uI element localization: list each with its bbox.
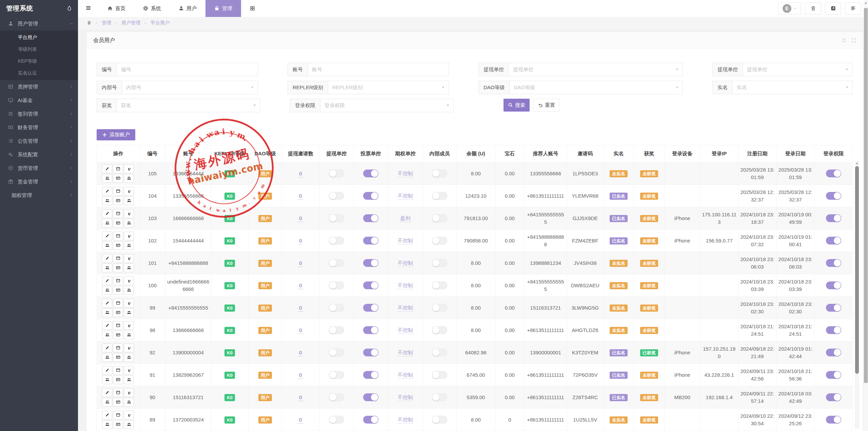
internal-toggle[interactable] <box>432 349 447 356</box>
team-button[interactable] <box>102 241 112 250</box>
invites-link[interactable]: 0 <box>298 372 303 379</box>
add-account-button[interactable]: 添加账户 <box>97 129 135 140</box>
vote-toggle[interactable] <box>363 349 378 356</box>
invites-link[interactable]: 0 <box>298 350 303 356</box>
card-button[interactable] <box>113 331 123 339</box>
sidebar-subitem-0-3[interactable]: 实名认证 <box>0 67 78 79</box>
card-button[interactable] <box>113 241 123 250</box>
team-button[interactable] <box>102 308 112 317</box>
edit-button[interactable] <box>102 164 112 173</box>
internal-toggle[interactable] <box>432 393 447 401</box>
filter-dao-level-select[interactable]: DAO等级▼ <box>509 81 683 94</box>
internal-toggle[interactable] <box>432 237 447 244</box>
withdraw-toggle[interactable] <box>329 326 344 334</box>
window-button[interactable] <box>113 344 123 352</box>
card-button[interactable] <box>113 308 123 317</box>
members-button[interactable] <box>124 331 134 339</box>
withdraw-toggle[interactable] <box>329 192 344 200</box>
internal-toggle[interactable] <box>432 281 447 289</box>
verify-button[interactable]: v <box>124 366 134 375</box>
sidebar-item-1[interactable]: 质押管理 <box>0 80 78 94</box>
option-control[interactable]: 不控制 <box>398 282 413 289</box>
filter-withdraw-ctrl-1-select[interactable]: 提现单控▼ <box>509 63 683 76</box>
card-button[interactable] <box>113 174 123 183</box>
sidebar-subitem-0-2[interactable]: KEP等级 <box>0 55 78 67</box>
team-button[interactable] <box>102 174 112 183</box>
refresh-icon[interactable] <box>842 32 847 48</box>
card-button[interactable] <box>113 263 123 272</box>
edit-button[interactable] <box>102 187 112 196</box>
team-button[interactable] <box>102 420 112 429</box>
vote-toggle[interactable] <box>363 416 378 424</box>
window-button[interactable] <box>113 321 123 330</box>
team-button[interactable] <box>102 286 112 295</box>
option-control[interactable]: 不控制 <box>398 327 413 334</box>
nav-item-home[interactable]: 首页 <box>99 0 134 17</box>
withdraw-toggle[interactable] <box>329 170 344 177</box>
filter-id-input[interactable]: 编号 <box>117 63 258 76</box>
window-button[interactable] <box>113 299 123 308</box>
members-button[interactable] <box>124 286 134 295</box>
invites-link[interactable]: 0 <box>298 417 303 424</box>
perm-toggle[interactable] <box>826 281 841 289</box>
breadcrumb-link[interactable]: 管理 <box>102 20 111 25</box>
table-scrollbar-thumb[interactable] <box>855 166 859 374</box>
card-button[interactable] <box>113 353 123 362</box>
edit-button[interactable] <box>102 299 112 308</box>
filter-realname-select[interactable]: 实名▼ <box>732 81 853 94</box>
breadcrumb-link[interactable]: 用户管理 <box>121 20 140 25</box>
nav-item-system[interactable]: 系统 <box>134 0 170 17</box>
sidebar-item-6[interactable]: 系统配置 <box>0 148 78 161</box>
invites-link[interactable]: 0 <box>298 215 303 222</box>
card-button[interactable] <box>113 420 123 429</box>
members-button[interactable] <box>124 196 134 205</box>
sidebar-item-7[interactable]: P货币管理 <box>0 161 78 175</box>
option-control[interactable]: 不控制 <box>398 260 413 267</box>
vote-toggle[interactable] <box>363 304 378 312</box>
withdraw-toggle[interactable] <box>329 349 344 356</box>
vote-toggle[interactable] <box>363 371 378 379</box>
window-button[interactable] <box>113 209 123 218</box>
invites-link[interactable]: 0 <box>298 305 303 312</box>
window-button[interactable] <box>113 276 123 285</box>
option-control[interactable]: 不控制 <box>398 171 413 177</box>
sidebar-subitem-0-1[interactable]: 等级列表 <box>0 43 78 55</box>
sidebar-item-5[interactable]: 公告管理 <box>0 134 78 148</box>
internal-toggle[interactable] <box>432 371 447 379</box>
vote-toggle[interactable] <box>363 192 378 200</box>
nav-item-apps[interactable] <box>241 0 264 17</box>
sidebar-subitem-0-0[interactable]: 平台用户 <box>0 32 78 43</box>
perm-toggle[interactable] <box>826 214 841 222</box>
perm-toggle[interactable] <box>826 237 841 244</box>
edit-button[interactable] <box>102 411 112 419</box>
sidebar-item-9[interactable]: 期权管理 <box>0 189 78 202</box>
verify-button[interactable]: v <box>124 232 134 240</box>
members-button[interactable] <box>124 375 134 384</box>
internal-toggle[interactable] <box>432 192 447 200</box>
perm-toggle[interactable] <box>826 416 841 424</box>
breadcrumb-link[interactable]: 平台用户 <box>151 20 170 25</box>
invites-link[interactable]: 0 <box>298 282 303 289</box>
card-button[interactable] <box>113 196 123 205</box>
vote-toggle[interactable] <box>363 170 378 177</box>
hamburger-icon[interactable] <box>78 5 99 12</box>
invites-link[interactable]: 0 <box>298 171 303 177</box>
members-button[interactable] <box>124 219 134 228</box>
page-scrollbar-thumb[interactable] <box>864 8 868 383</box>
perm-toggle[interactable] <box>826 349 841 356</box>
nav-item-user[interactable]: 用户 <box>170 0 205 17</box>
window-button[interactable] <box>113 388 123 397</box>
verify-button[interactable]: v <box>124 344 134 352</box>
card-button[interactable] <box>113 219 123 228</box>
withdraw-toggle[interactable] <box>329 281 344 289</box>
tool-avatar-button[interactable]: E <box>778 2 801 15</box>
edit-button[interactable] <box>102 321 112 330</box>
nav-item-admin[interactable]: 管理 <box>205 0 241 17</box>
withdraw-toggle[interactable] <box>329 416 344 424</box>
team-button[interactable] <box>102 375 112 384</box>
tool-rows-button[interactable] <box>845 2 861 15</box>
option-control[interactable]: 盈利 <box>400 215 410 222</box>
withdraw-toggle[interactable] <box>329 371 344 379</box>
members-button[interactable] <box>124 308 134 317</box>
vote-toggle[interactable] <box>363 281 378 289</box>
